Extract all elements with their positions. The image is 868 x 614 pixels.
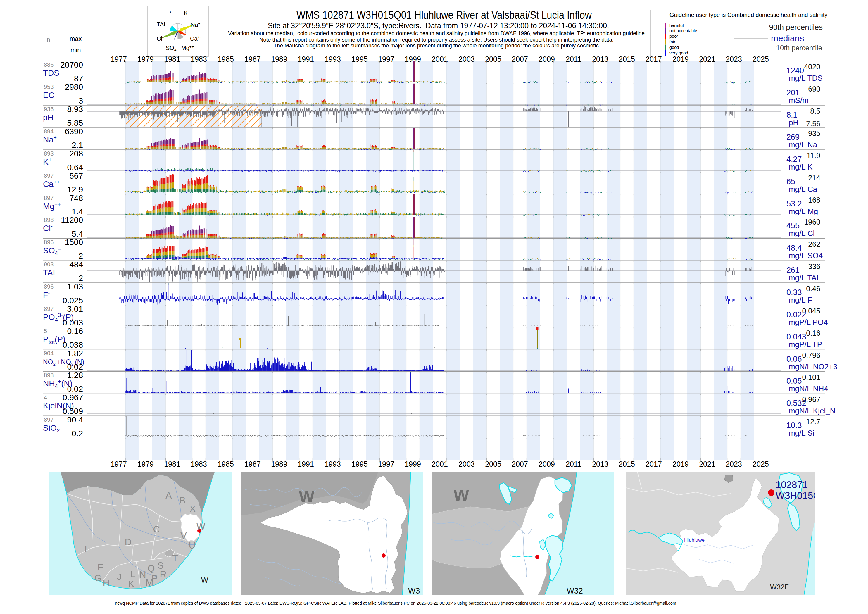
svg-text:fair: fair — [670, 39, 675, 44]
svg-text:1960: 1960 — [804, 218, 820, 226]
svg-text:1977: 1977 — [110, 55, 127, 63]
svg-text:G: G — [95, 573, 102, 583]
svg-text:0.796: 0.796 — [802, 351, 820, 359]
svg-text:J: J — [117, 572, 122, 582]
svg-text:1.03: 1.03 — [67, 282, 83, 291]
svg-text:2019: 2019 — [673, 55, 689, 63]
svg-text:min: min — [70, 47, 81, 54]
svg-text:mg/L TDS: mg/L TDS — [789, 74, 823, 82]
svg-text:0.025: 0.025 — [62, 296, 83, 305]
svg-text:0.101: 0.101 — [802, 373, 820, 381]
svg-text:1.4: 1.4 — [71, 207, 83, 216]
svg-text:896: 896 — [44, 239, 54, 245]
svg-text:mgP/L TP: mgP/L TP — [789, 340, 822, 349]
svg-text:Note that this report contains: Note that this report contains only some… — [259, 37, 614, 43]
svg-text:262: 262 — [808, 240, 820, 248]
svg-text:208: 208 — [69, 149, 83, 158]
svg-text:2980: 2980 — [65, 82, 83, 91]
svg-text:567: 567 — [69, 171, 83, 180]
svg-text:2021: 2021 — [699, 55, 715, 63]
svg-text:mg/L Ca: mg/L Ca — [789, 185, 817, 194]
svg-text:T: T — [172, 553, 178, 563]
svg-text:2015: 2015 — [618, 55, 635, 63]
svg-text:A: A — [166, 490, 172, 501]
svg-text:K: K — [128, 578, 134, 589]
svg-text:mg/L F: mg/L F — [789, 296, 812, 304]
svg-text:W: W — [197, 521, 206, 532]
svg-text:897: 897 — [44, 172, 54, 179]
svg-text:W32F: W32F — [770, 583, 789, 591]
svg-text:690: 690 — [808, 85, 820, 93]
svg-text:N: N — [139, 569, 146, 580]
svg-text:5.85: 5.85 — [67, 118, 83, 127]
svg-text:1997: 1997 — [378, 55, 394, 63]
svg-text:0.16: 0.16 — [67, 327, 83, 336]
svg-text:87: 87 — [74, 74, 83, 83]
svg-text:mgN/L NH4: mgN/L NH4 — [789, 384, 828, 393]
svg-text:M: M — [146, 577, 153, 588]
svg-text:1500: 1500 — [65, 238, 83, 247]
svg-text:U: U — [189, 540, 195, 550]
svg-text:0.64: 0.64 — [67, 163, 83, 172]
svg-text:pH: pH — [43, 113, 54, 122]
svg-text:mgN/L NO2+3: mgN/L NO2+3 — [789, 362, 837, 371]
svg-text:12.9: 12.9 — [67, 185, 83, 194]
svg-text:0.46: 0.46 — [806, 284, 820, 293]
svg-text:max: max — [70, 35, 82, 42]
svg-text:1991: 1991 — [298, 460, 314, 468]
svg-text:mS/m: mS/m — [789, 96, 809, 105]
svg-text:W3: W3 — [408, 586, 420, 595]
svg-text:pH: pH — [789, 118, 798, 127]
svg-text:897: 897 — [44, 416, 54, 423]
svg-text:893: 893 — [44, 150, 54, 157]
svg-text:898: 898 — [44, 372, 54, 378]
svg-text:B: B — [179, 495, 185, 505]
svg-text:WMS 102871 W3H015Q01 Hluhluwe: WMS 102871 W3H015Q01 Hluhluwe River at V… — [296, 9, 592, 21]
svg-text:953: 953 — [44, 84, 54, 90]
svg-text:*: * — [169, 10, 172, 16]
svg-text:1989: 1989 — [271, 460, 287, 468]
svg-text:903: 903 — [44, 261, 54, 268]
svg-text:TAL: TAL — [157, 21, 167, 28]
svg-text:Q: Q — [148, 563, 155, 574]
svg-text:0.509: 0.509 — [62, 407, 83, 416]
svg-text:214: 214 — [808, 174, 820, 182]
svg-text:harmful: harmful — [670, 23, 684, 28]
svg-text:484: 484 — [69, 260, 83, 269]
svg-text:The Maucha diagram to the left: The Maucha diagram to the left summarise… — [274, 42, 600, 48]
svg-text:2017: 2017 — [646, 460, 662, 468]
svg-text:3.01: 3.01 — [67, 304, 83, 313]
svg-text:8.5: 8.5 — [810, 107, 820, 115]
svg-text:897: 897 — [44, 305, 54, 312]
svg-text:168: 168 — [808, 196, 820, 204]
svg-text:0.2: 0.2 — [71, 429, 83, 438]
svg-text:very good: very good — [670, 51, 688, 55]
svg-text:mgP/L PO4: mgP/L PO4 — [789, 318, 828, 327]
svg-text:904: 904 — [44, 350, 54, 357]
svg-text:6390: 6390 — [65, 127, 83, 136]
svg-text:0.038: 0.038 — [62, 340, 83, 349]
svg-text:2023: 2023 — [725, 460, 742, 468]
svg-text:1981: 1981 — [164, 55, 180, 63]
svg-text:894: 894 — [44, 128, 54, 135]
svg-text:4: 4 — [44, 394, 47, 400]
svg-text:1993: 1993 — [324, 55, 341, 63]
svg-text:0.003: 0.003 — [62, 318, 83, 327]
svg-text:2011: 2011 — [566, 55, 581, 63]
svg-text:medians: medians — [771, 33, 804, 43]
svg-text:2001: 2001 — [431, 55, 448, 63]
svg-text:R: R — [160, 569, 166, 580]
svg-text:1.82: 1.82 — [67, 349, 83, 358]
svg-text:mg/L Na: mg/L Na — [789, 140, 817, 149]
svg-text:C: C — [153, 524, 160, 535]
svg-text:L: L — [130, 569, 136, 579]
svg-text:mg/L Mg: mg/L Mg — [789, 207, 818, 216]
svg-text:TDS: TDS — [43, 68, 59, 78]
svg-text:2021: 2021 — [699, 460, 715, 468]
svg-text:336: 336 — [808, 262, 820, 270]
svg-text:W32: W32 — [567, 586, 583, 595]
svg-text:20700: 20700 — [60, 60, 83, 69]
svg-text:2007: 2007 — [512, 55, 528, 63]
svg-text:mgN/L Kjel_N: mgN/L Kjel_N — [789, 406, 835, 415]
svg-text:2017: 2017 — [646, 55, 662, 63]
